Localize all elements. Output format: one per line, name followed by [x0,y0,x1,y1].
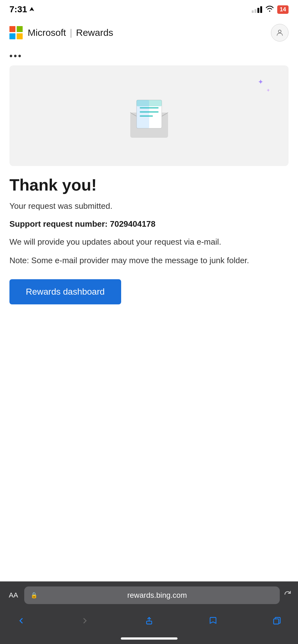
home-indicator [0,636,298,644]
browser-actions [6,609,292,632]
home-bar [121,637,177,640]
thank-you-title: Thank you! [9,176,289,194]
more-menu-bar: ••• [0,48,298,65]
illustration-card: ✦ + [9,65,289,166]
lock-icon: 🔒 [31,592,37,599]
header: Microsoft | Rewards [0,18,298,48]
logo-blue [9,33,15,39]
main-content: ✦ + Thank you! Your request was submitte… [0,65,298,449]
rewards-dashboard-button[interactable]: Rewards dashboard [9,279,121,304]
share-icon [145,616,154,625]
back-button[interactable] [13,612,30,629]
account-button[interactable] [271,24,289,42]
url-text: rewards.bing.com [41,591,273,600]
submitted-text: Your request was submitted. [9,200,289,212]
url-bar-row: AA 🔒 rewards.bing.com [6,586,292,604]
status-time: 7:31 [9,4,35,14]
header-divider: | [70,27,72,38]
tabs-icon [273,616,281,625]
svg-rect-9 [137,100,149,128]
header-title: Microsoft | Rewards [28,27,113,38]
back-icon [17,616,25,625]
refresh-icon [284,590,292,598]
svg-point-0 [278,30,281,33]
logo-red [9,26,15,32]
logo-yellow [17,33,23,39]
more-dots[interactable]: ••• [9,51,22,61]
bookmarks-icon [209,616,217,625]
brand-name: Microsoft [28,27,66,38]
aa-button[interactable]: AA [6,590,20,601]
forward-icon [81,616,89,625]
battery-indicator: 14 [277,5,289,14]
wifi-svg [265,5,274,12]
svg-rect-11 [274,619,279,624]
note-text: Note: Some e-mail provider may move the … [9,254,289,267]
header-left: Microsoft | Rewards [9,26,113,39]
tabs-button[interactable] [268,612,285,629]
refresh-button[interactable] [284,590,292,600]
support-number: Support request number: 7029404178 [9,218,289,230]
forward-button[interactable] [76,612,93,629]
microsoft-logo [9,26,23,39]
wifi-icon [265,5,274,14]
product-name: Rewards [76,27,113,38]
signal-bars [252,6,262,13]
svg-rect-10 [146,621,151,624]
envelope-illustration [121,87,177,144]
logo-green [17,26,23,32]
location-icon [29,7,35,12]
update-text: We will provide you updates about your r… [9,236,289,248]
sparkle-icon-2: + [267,87,270,93]
url-bar[interactable]: 🔒 rewards.bing.com [24,586,280,604]
browser-bar: AA 🔒 rewards.bing.com [0,581,298,636]
sparkle-icon-1: ✦ [258,78,263,86]
bookmarks-button[interactable] [205,612,222,629]
share-button[interactable] [141,612,158,629]
status-icons: 14 [252,5,289,14]
person-icon [276,29,284,37]
status-bar: 7:31 14 [0,0,298,18]
